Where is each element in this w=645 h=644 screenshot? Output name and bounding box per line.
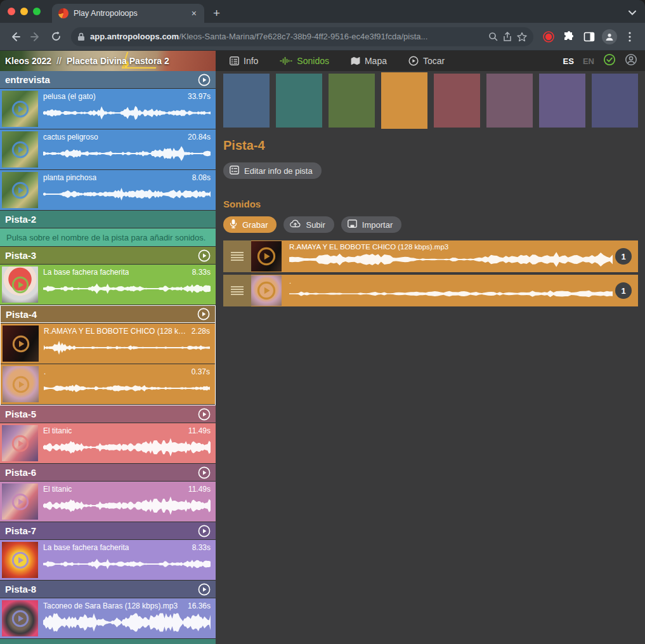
breadcrumb-project[interactable]: Kleos 2022 (5, 56, 51, 66)
track-play-button[interactable] (198, 74, 211, 86)
audio-clip[interactable]: R.AMAYA Y EL BOBOTE CHICO (128 kbps)....… (1, 324, 215, 364)
track-color-tab-6[interactable] (486, 74, 533, 128)
sync-check-icon[interactable] (603, 53, 616, 69)
forward-button[interactable] (27, 28, 44, 46)
track-color-tab-8[interactable] (592, 74, 638, 128)
drag-handle[interactable] (223, 240, 251, 272)
audio-clip[interactable]: .0.37s (1, 364, 215, 404)
clip-duration: 11.49s (188, 485, 211, 494)
tan-face-thumbnail[interactable] (3, 366, 39, 402)
audio-clip[interactable]: cactus peligroso20.84s (0, 129, 216, 169)
lang-en-button[interactable]: EN (583, 56, 594, 66)
clip-play-overlay-icon[interactable] (12, 376, 30, 393)
sound-row[interactable]: R.AMAYA Y EL BOBOTE CHICO (128 kbps).mp3… (223, 240, 638, 272)
audio-clip[interactable]: pelusa (el gato)33.97s (0, 89, 216, 129)
nav-tab-info[interactable]: Info (230, 56, 258, 66)
nav-tab-sonidos[interactable]: Sonidos (280, 56, 329, 66)
track-header-pista-2[interactable]: Pista-2 (0, 211, 216, 228)
track-color-tab-4[interactable] (381, 72, 427, 129)
clip-play-overlay-icon[interactable] (11, 435, 29, 452)
map-thumbnail[interactable]: Kleos 2022 // Placeta Divina Pastora 2 (0, 51, 216, 71)
clip-play-overlay-icon[interactable] (11, 493, 29, 511)
audio-clip[interactable]: El titanic11.49s (0, 482, 216, 522)
lock-icon[interactable] (77, 32, 85, 41)
tan-face-thumbnail[interactable] (251, 275, 282, 306)
titanic-anime-thumbnail[interactable] (2, 483, 38, 520)
edit-track-info-button[interactable]: Editar info de pista (223, 162, 322, 179)
clip-play-overlay-icon[interactable] (257, 247, 276, 266)
track-play-button[interactable] (198, 249, 211, 262)
bookmark-star-icon[interactable] (517, 32, 527, 42)
track-color-tab-1[interactable] (223, 74, 270, 128)
drag-handle[interactable] (223, 275, 251, 306)
anime-red-hair-thumbnail[interactable] (2, 266, 38, 303)
track-color-tab-2[interactable] (276, 74, 322, 128)
clip-meta: La base fachera facherita8.33s (43, 543, 211, 552)
track-header-pista-6[interactable]: Pista-6 (0, 464, 216, 481)
dark-guitar-thumbnail[interactable] (251, 241, 282, 272)
track-color-tab-7[interactable] (539, 74, 585, 128)
track-header-pista-4[interactable]: Pista-4 (1, 306, 215, 323)
clip-play-overlay-icon[interactable] (257, 281, 276, 300)
audio-clip[interactable]: La base fachera facherita8.33s (0, 265, 216, 305)
track-play-button[interactable] (198, 525, 211, 537)
track-play-button[interactable] (198, 583, 211, 596)
sound-row[interactable]: .1 (223, 275, 638, 306)
clip-play-overlay-icon[interactable] (11, 551, 29, 569)
track-color-tab-3[interactable] (329, 74, 375, 128)
dark-guitar-thumbnail[interactable] (3, 325, 39, 362)
zoom-page-icon[interactable] (488, 32, 498, 41)
extensions-puzzle-icon[interactable] (560, 28, 578, 46)
garden-photo-thumbnail[interactable] (2, 91, 38, 127)
next-track-header-partial[interactable] (0, 639, 216, 644)
audio-clip[interactable]: El titanic11.49s (0, 423, 216, 463)
track-header-entrevista[interactable]: entrevista (0, 71, 216, 88)
record-extension-icon[interactable] (540, 28, 557, 46)
track-header-pista-5[interactable]: Pista-5 (0, 405, 216, 423)
clip-play-overlay-icon[interactable] (11, 100, 29, 118)
track-header-pista-8[interactable]: Pista-8 (0, 581, 216, 598)
nav-tab-mapa[interactable]: Mapa (351, 56, 387, 66)
track-color-tab-5[interactable] (434, 74, 480, 128)
track-play-button[interactable] (197, 308, 210, 320)
fire-art-thumbnail[interactable] (2, 542, 38, 578)
new-tab-button[interactable]: + (213, 6, 220, 20)
account-icon[interactable] (625, 53, 637, 69)
breadcrumb-track[interactable]: Placeta Divina Pastora 2 (67, 56, 169, 66)
fullscreen-window-button[interactable] (33, 8, 41, 15)
clip-play-overlay-icon[interactable] (11, 141, 29, 159)
cap-face-pink-thumbnail[interactable] (2, 600, 38, 636)
browser-tab[interactable]: Play Antropoloops × (52, 4, 204, 23)
importar-button[interactable]: Importar (341, 216, 401, 233)
track-play-button[interactable] (198, 466, 211, 479)
clip-duration: 33.97s (188, 92, 211, 101)
audio-clip[interactable]: Taconeo de Sara Baras (128 kbps).mp316.3… (0, 598, 216, 638)
side-panel-icon[interactable] (580, 28, 598, 46)
tab-close-icon[interactable]: × (190, 8, 198, 18)
nav-tab-tocar[interactable]: Tocar (408, 56, 445, 66)
reload-button[interactable] (47, 28, 65, 46)
audio-clip[interactable]: planta pinchosa8.08s (0, 170, 216, 210)
track-header-pista-7[interactable]: Pista-7 (0, 522, 216, 539)
profile-avatar[interactable] (601, 28, 618, 46)
clip-play-overlay-icon[interactable] (11, 610, 29, 628)
track-header-pista-3[interactable]: Pista-3 (0, 247, 216, 264)
share-icon[interactable] (503, 32, 512, 42)
garden-photo-thumbnail[interactable] (2, 172, 38, 208)
address-bar[interactable]: app.antropoloops.com/Kleos-Santa-Marina/… (71, 27, 533, 46)
tab-search-chevron-icon[interactable] (629, 6, 636, 18)
back-button[interactable] (6, 28, 24, 46)
browser-menu-icon[interactable] (621, 28, 639, 46)
garden-photo-thumbnail[interactable] (2, 131, 38, 168)
subir-button[interactable]: Subir (283, 216, 334, 233)
track-play-button[interactable] (198, 408, 211, 421)
lang-es-button[interactable]: ES (563, 56, 574, 66)
close-window-button[interactable] (8, 8, 15, 15)
grabar-button[interactable]: Grabar (223, 216, 277, 233)
clip-play-overlay-icon[interactable] (11, 276, 29, 294)
audio-clip[interactable]: La base fachera facherita8.33s (0, 540, 216, 580)
clip-play-overlay-icon[interactable] (12, 335, 30, 353)
clip-play-overlay-icon[interactable] (11, 181, 29, 199)
minimize-window-button[interactable] (20, 8, 28, 15)
titanic-anime-thumbnail[interactable] (2, 425, 38, 461)
